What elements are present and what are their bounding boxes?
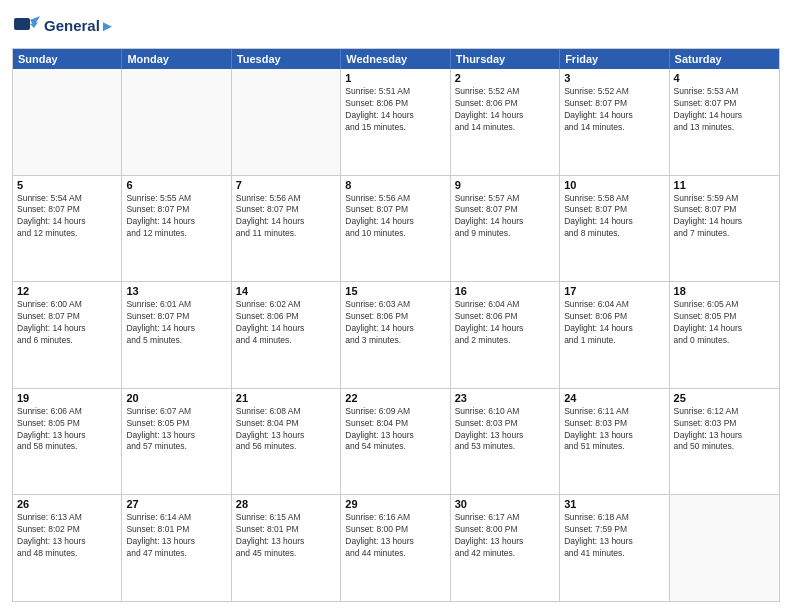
cell-info: Sunrise: 5:58 AM Sunset: 8:07 PM Dayligh…	[564, 193, 664, 241]
calendar-row-1: 1Sunrise: 5:51 AM Sunset: 8:06 PM Daylig…	[13, 69, 779, 175]
day-number: 23	[455, 392, 555, 404]
page: General► SundayMondayTuesdayWednesdayThu…	[0, 0, 792, 612]
calendar-cell-1-5: 2Sunrise: 5:52 AM Sunset: 8:06 PM Daylig…	[451, 69, 560, 175]
cell-info: Sunrise: 5:55 AM Sunset: 8:07 PM Dayligh…	[126, 193, 226, 241]
calendar-cell-2-3: 7Sunrise: 5:56 AM Sunset: 8:07 PM Daylig…	[232, 176, 341, 282]
cell-info: Sunrise: 6:05 AM Sunset: 8:05 PM Dayligh…	[674, 299, 775, 347]
calendar-cell-1-3	[232, 69, 341, 175]
calendar-cell-1-4: 1Sunrise: 5:51 AM Sunset: 8:06 PM Daylig…	[341, 69, 450, 175]
day-number: 28	[236, 498, 336, 510]
weekday-header-sunday: Sunday	[13, 49, 122, 69]
day-number: 6	[126, 179, 226, 191]
cell-info: Sunrise: 5:52 AM Sunset: 8:07 PM Dayligh…	[564, 86, 664, 134]
day-number: 26	[17, 498, 117, 510]
calendar-cell-5-7	[670, 495, 779, 601]
day-number: 11	[674, 179, 775, 191]
calendar-cell-5-2: 27Sunrise: 6:14 AM Sunset: 8:01 PM Dayli…	[122, 495, 231, 601]
calendar-cell-5-5: 30Sunrise: 6:17 AM Sunset: 8:00 PM Dayli…	[451, 495, 560, 601]
calendar-cell-4-7: 25Sunrise: 6:12 AM Sunset: 8:03 PM Dayli…	[670, 389, 779, 495]
cell-info: Sunrise: 6:08 AM Sunset: 8:04 PM Dayligh…	[236, 406, 336, 454]
day-number: 2	[455, 72, 555, 84]
calendar-cell-4-5: 23Sunrise: 6:10 AM Sunset: 8:03 PM Dayli…	[451, 389, 560, 495]
calendar-cell-2-1: 5Sunrise: 5:54 AM Sunset: 8:07 PM Daylig…	[13, 176, 122, 282]
day-number: 29	[345, 498, 445, 510]
cell-info: Sunrise: 6:04 AM Sunset: 8:06 PM Dayligh…	[455, 299, 555, 347]
calendar-cell-2-2: 6Sunrise: 5:55 AM Sunset: 8:07 PM Daylig…	[122, 176, 231, 282]
cell-info: Sunrise: 6:07 AM Sunset: 8:05 PM Dayligh…	[126, 406, 226, 454]
logo-icon	[12, 10, 40, 42]
cell-info: Sunrise: 6:14 AM Sunset: 8:01 PM Dayligh…	[126, 512, 226, 560]
day-number: 5	[17, 179, 117, 191]
weekday-header-thursday: Thursday	[451, 49, 560, 69]
calendar-cell-1-7: 4Sunrise: 5:53 AM Sunset: 8:07 PM Daylig…	[670, 69, 779, 175]
calendar-cell-4-4: 22Sunrise: 6:09 AM Sunset: 8:04 PM Dayli…	[341, 389, 450, 495]
day-number: 19	[17, 392, 117, 404]
day-number: 20	[126, 392, 226, 404]
cell-info: Sunrise: 6:18 AM Sunset: 7:59 PM Dayligh…	[564, 512, 664, 560]
cell-info: Sunrise: 6:06 AM Sunset: 8:05 PM Dayligh…	[17, 406, 117, 454]
calendar-cell-3-2: 13Sunrise: 6:01 AM Sunset: 8:07 PM Dayli…	[122, 282, 231, 388]
calendar-cell-5-6: 31Sunrise: 6:18 AM Sunset: 7:59 PM Dayli…	[560, 495, 669, 601]
calendar-cell-1-6: 3Sunrise: 5:52 AM Sunset: 8:07 PM Daylig…	[560, 69, 669, 175]
calendar-row-4: 19Sunrise: 6:06 AM Sunset: 8:05 PM Dayli…	[13, 388, 779, 495]
day-number: 16	[455, 285, 555, 297]
cell-info: Sunrise: 5:51 AM Sunset: 8:06 PM Dayligh…	[345, 86, 445, 134]
day-number: 15	[345, 285, 445, 297]
day-number: 10	[564, 179, 664, 191]
calendar-cell-5-3: 28Sunrise: 6:15 AM Sunset: 8:01 PM Dayli…	[232, 495, 341, 601]
calendar: SundayMondayTuesdayWednesdayThursdayFrid…	[12, 48, 780, 602]
day-number: 3	[564, 72, 664, 84]
day-number: 14	[236, 285, 336, 297]
day-number: 27	[126, 498, 226, 510]
day-number: 13	[126, 285, 226, 297]
day-number: 25	[674, 392, 775, 404]
day-number: 17	[564, 285, 664, 297]
weekday-header-saturday: Saturday	[670, 49, 779, 69]
day-number: 30	[455, 498, 555, 510]
calendar-body: 1Sunrise: 5:51 AM Sunset: 8:06 PM Daylig…	[13, 69, 779, 601]
cell-info: Sunrise: 6:00 AM Sunset: 8:07 PM Dayligh…	[17, 299, 117, 347]
day-number: 4	[674, 72, 775, 84]
day-number: 1	[345, 72, 445, 84]
calendar-cell-2-4: 8Sunrise: 5:56 AM Sunset: 8:07 PM Daylig…	[341, 176, 450, 282]
logo-text: General►	[44, 18, 115, 35]
day-number: 8	[345, 179, 445, 191]
weekday-header-friday: Friday	[560, 49, 669, 69]
day-number: 21	[236, 392, 336, 404]
calendar-row-5: 26Sunrise: 6:13 AM Sunset: 8:02 PM Dayli…	[13, 494, 779, 601]
header: General►	[12, 10, 780, 42]
cell-info: Sunrise: 6:13 AM Sunset: 8:02 PM Dayligh…	[17, 512, 117, 560]
cell-info: Sunrise: 5:56 AM Sunset: 8:07 PM Dayligh…	[345, 193, 445, 241]
calendar-cell-3-5: 16Sunrise: 6:04 AM Sunset: 8:06 PM Dayli…	[451, 282, 560, 388]
cell-info: Sunrise: 5:52 AM Sunset: 8:06 PM Dayligh…	[455, 86, 555, 134]
calendar-cell-4-2: 20Sunrise: 6:07 AM Sunset: 8:05 PM Dayli…	[122, 389, 231, 495]
day-number: 24	[564, 392, 664, 404]
calendar-cell-3-4: 15Sunrise: 6:03 AM Sunset: 8:06 PM Dayli…	[341, 282, 450, 388]
cell-info: Sunrise: 6:04 AM Sunset: 8:06 PM Dayligh…	[564, 299, 664, 347]
cell-info: Sunrise: 6:02 AM Sunset: 8:06 PM Dayligh…	[236, 299, 336, 347]
calendar-cell-4-3: 21Sunrise: 6:08 AM Sunset: 8:04 PM Dayli…	[232, 389, 341, 495]
day-number: 31	[564, 498, 664, 510]
day-number: 18	[674, 285, 775, 297]
calendar-cell-5-1: 26Sunrise: 6:13 AM Sunset: 8:02 PM Dayli…	[13, 495, 122, 601]
calendar-cell-3-3: 14Sunrise: 6:02 AM Sunset: 8:06 PM Dayli…	[232, 282, 341, 388]
weekday-header-tuesday: Tuesday	[232, 49, 341, 69]
cell-info: Sunrise: 6:16 AM Sunset: 8:00 PM Dayligh…	[345, 512, 445, 560]
calendar-cell-3-6: 17Sunrise: 6:04 AM Sunset: 8:06 PM Dayli…	[560, 282, 669, 388]
cell-info: Sunrise: 6:11 AM Sunset: 8:03 PM Dayligh…	[564, 406, 664, 454]
calendar-cell-4-1: 19Sunrise: 6:06 AM Sunset: 8:05 PM Dayli…	[13, 389, 122, 495]
day-number: 7	[236, 179, 336, 191]
calendar-cell-4-6: 24Sunrise: 6:11 AM Sunset: 8:03 PM Dayli…	[560, 389, 669, 495]
cell-info: Sunrise: 6:03 AM Sunset: 8:06 PM Dayligh…	[345, 299, 445, 347]
calendar-cell-1-2	[122, 69, 231, 175]
calendar-cell-2-6: 10Sunrise: 5:58 AM Sunset: 8:07 PM Dayli…	[560, 176, 669, 282]
cell-info: Sunrise: 6:15 AM Sunset: 8:01 PM Dayligh…	[236, 512, 336, 560]
cell-info: Sunrise: 6:01 AM Sunset: 8:07 PM Dayligh…	[126, 299, 226, 347]
cell-info: Sunrise: 5:56 AM Sunset: 8:07 PM Dayligh…	[236, 193, 336, 241]
calendar-cell-2-5: 9Sunrise: 5:57 AM Sunset: 8:07 PM Daylig…	[451, 176, 560, 282]
cell-info: Sunrise: 5:57 AM Sunset: 8:07 PM Dayligh…	[455, 193, 555, 241]
day-number: 9	[455, 179, 555, 191]
cell-info: Sunrise: 6:17 AM Sunset: 8:00 PM Dayligh…	[455, 512, 555, 560]
calendar-row-2: 5Sunrise: 5:54 AM Sunset: 8:07 PM Daylig…	[13, 175, 779, 282]
weekday-header-wednesday: Wednesday	[341, 49, 450, 69]
